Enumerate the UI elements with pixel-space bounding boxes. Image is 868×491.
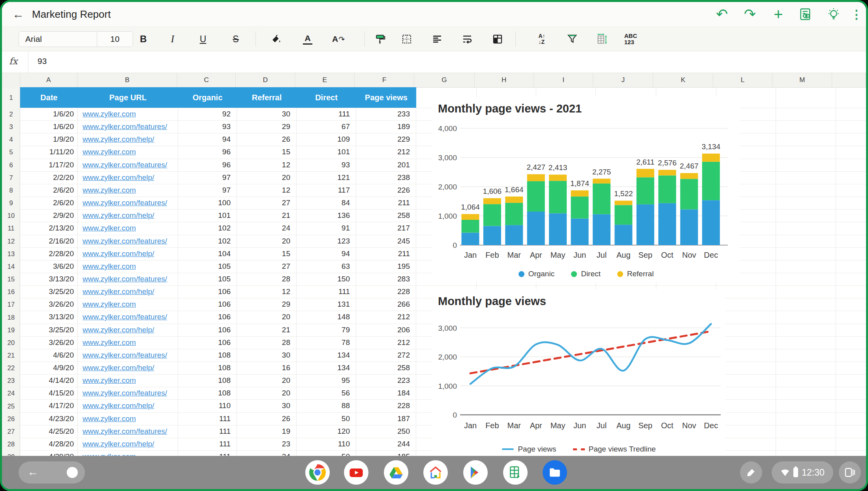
cell-page-views[interactable]: 185 bbox=[356, 450, 416, 456]
cell-organic[interactable]: 101 bbox=[178, 209, 237, 222]
row-header-26[interactable]: 26 bbox=[2, 412, 20, 425]
table-row[interactable]: 4/6/20www.zylker.com/features/1083013427… bbox=[20, 349, 416, 362]
cell-page-views[interactable]: 223 bbox=[356, 374, 416, 387]
cell-page-views[interactable]: 250 bbox=[356, 425, 416, 438]
cell-date[interactable]: 4/14/20 bbox=[20, 374, 78, 387]
page-url-link[interactable]: www.zylker.com bbox=[78, 146, 178, 158]
cell-organic[interactable]: 105 bbox=[178, 273, 237, 285]
table-row[interactable]: 2/28/20www.zylker.com/help/1041594211 bbox=[20, 247, 416, 260]
cell-page-views[interactable]: 201 bbox=[356, 159, 416, 171]
table-row[interactable]: 3/26/20www.zylker.com1062878212 bbox=[20, 336, 416, 349]
cell-direct[interactable]: 120 bbox=[297, 425, 356, 438]
cell-direct[interactable]: 50 bbox=[297, 450, 356, 456]
cell-date[interactable]: 3/25/20 bbox=[20, 285, 78, 298]
add-sheet-button[interactable]: + bbox=[767, 5, 789, 23]
cell-referral[interactable]: 20 bbox=[237, 171, 297, 184]
row-header-11[interactable]: 11 bbox=[2, 222, 20, 234]
cell-referral[interactable]: 29 bbox=[237, 120, 297, 133]
table-row[interactable]: 1/6/20www.zylker.com/features/932967189 bbox=[20, 120, 416, 133]
cell-direct[interactable]: 56 bbox=[297, 387, 356, 399]
cell-organic[interactable]: 106 bbox=[178, 311, 237, 323]
row-header-15[interactable]: 15 bbox=[2, 273, 20, 285]
cell-page-views[interactable]: 258 bbox=[356, 209, 416, 222]
cell-referral[interactable]: 12 bbox=[237, 159, 297, 171]
row-header-2[interactable]: 2 bbox=[2, 108, 20, 120]
bold-button[interactable]: B bbox=[133, 31, 154, 47]
page-url-link[interactable]: www.zylker.com/help/ bbox=[78, 438, 178, 450]
cell-organic[interactable]: 96 bbox=[178, 159, 237, 171]
row-header-19[interactable]: 19 bbox=[2, 324, 20, 336]
cell-date[interactable]: 2/9/20 bbox=[20, 209, 78, 222]
cell-date[interactable]: 4/9/20 bbox=[20, 362, 78, 374]
cell-referral[interactable]: 20 bbox=[237, 374, 297, 387]
row-header-3[interactable]: 3 bbox=[2, 120, 20, 133]
cell-date[interactable]: 4/29/20 bbox=[20, 450, 78, 456]
column-header-m[interactable]: M bbox=[772, 73, 832, 87]
status-area[interactable]: 12:30 bbox=[772, 461, 833, 484]
back-navigation-pill[interactable]: ← bbox=[19, 461, 85, 484]
row-header-8[interactable]: 8 bbox=[2, 184, 20, 197]
cell-referral[interactable]: 27 bbox=[237, 197, 297, 209]
page-url-link[interactable]: www.zylker.com/help/ bbox=[78, 171, 178, 184]
cell-organic[interactable]: 92 bbox=[178, 108, 237, 120]
row-header-12[interactable]: 12 bbox=[2, 235, 20, 247]
chrome-app-icon[interactable] bbox=[305, 460, 330, 485]
cell-referral[interactable]: 30 bbox=[237, 108, 297, 120]
home-app-icon[interactable] bbox=[423, 460, 448, 485]
cell-organic[interactable]: 100 bbox=[178, 197, 237, 209]
page-url-link[interactable]: www.zylker.com/help/ bbox=[78, 324, 178, 336]
resize-button[interactable] bbox=[592, 31, 612, 47]
page-url-link[interactable]: www.zylker.com bbox=[78, 222, 178, 234]
cell-date[interactable]: 4/15/20 bbox=[20, 387, 78, 399]
column-header-e[interactable]: E bbox=[295, 73, 355, 87]
table-row[interactable]: 3/25/20www.zylker.com/help/1062179206 bbox=[20, 324, 416, 336]
alignment-button[interactable] bbox=[427, 31, 447, 47]
column-header-d[interactable]: D bbox=[236, 73, 295, 87]
cell-date[interactable]: 1/6/20 bbox=[20, 108, 78, 120]
font-color-button[interactable]: A bbox=[297, 31, 318, 47]
back-icon[interactable]: ← bbox=[12, 7, 24, 21]
page-url-link[interactable]: www.zylker.com/features/ bbox=[78, 235, 178, 247]
cell-page-views[interactable]: 212 bbox=[356, 311, 416, 323]
stylus-tools-button[interactable] bbox=[740, 461, 762, 484]
cell-direct[interactable]: 134 bbox=[297, 349, 356, 362]
italic-button[interactable]: I bbox=[162, 31, 183, 47]
row-header-14[interactable]: 14 bbox=[2, 260, 20, 273]
cell-page-views[interactable]: 244 bbox=[356, 438, 416, 450]
cell-direct[interactable]: 134 bbox=[297, 362, 356, 374]
table-row[interactable]: 3/13/20www.zylker.com/features/106201482… bbox=[20, 311, 416, 323]
cell-date[interactable]: 2/28/20 bbox=[20, 247, 78, 260]
merge-cells-button[interactable] bbox=[487, 31, 508, 47]
cell-referral[interactable]: 27 bbox=[237, 260, 297, 273]
cell-organic[interactable]: 94 bbox=[178, 133, 237, 146]
cell-direct[interactable]: 148 bbox=[297, 311, 356, 323]
row-header-10[interactable]: 10 bbox=[2, 209, 20, 222]
column-header-h[interactable]: H bbox=[475, 73, 534, 87]
cell-page-views[interactable]: 212 bbox=[356, 146, 416, 158]
play-store-app-icon[interactable] bbox=[463, 460, 488, 485]
row-header-22[interactable]: 22 bbox=[2, 362, 20, 374]
preview-button[interactable] bbox=[794, 5, 816, 23]
zoho-sheet-app-icon[interactable] bbox=[503, 460, 528, 485]
cell-referral[interactable]: 15 bbox=[237, 247, 297, 260]
row-header-18[interactable]: 18 bbox=[2, 311, 20, 324]
table-header-page-url[interactable]: Page URL bbox=[78, 87, 178, 108]
column-header-l[interactable]: L bbox=[713, 73, 772, 87]
table-header-date[interactable]: Date bbox=[20, 87, 78, 108]
table-row[interactable]: 4/15/20www.zylker.com/features/108205618… bbox=[20, 387, 416, 399]
cell-organic[interactable]: 97 bbox=[178, 171, 237, 184]
row-header-7[interactable]: 7 bbox=[2, 171, 20, 184]
text-rotation-button[interactable]: A↷ bbox=[328, 31, 349, 47]
cell-organic[interactable]: 102 bbox=[178, 222, 237, 234]
row-header-20[interactable]: 20 bbox=[2, 336, 20, 349]
cell-organic[interactable]: 97 bbox=[178, 184, 237, 197]
cell-page-views[interactable]: 184 bbox=[356, 387, 416, 399]
table-row[interactable]: 4/14/20www.zylker.com1082095223 bbox=[20, 374, 416, 387]
page-url-link[interactable]: www.zylker.com bbox=[78, 336, 178, 349]
table-header-page-views[interactable]: Page views bbox=[356, 87, 416, 108]
cell-organic[interactable]: 102 bbox=[178, 235, 237, 247]
cell-referral[interactable]: 15 bbox=[237, 146, 297, 158]
cell-date[interactable]: 3/26/20 bbox=[20, 336, 78, 349]
cell-organic[interactable]: 106 bbox=[178, 298, 237, 311]
table-row[interactable]: 1/9/20www.zylker.com/help/9426109229 bbox=[20, 133, 416, 146]
